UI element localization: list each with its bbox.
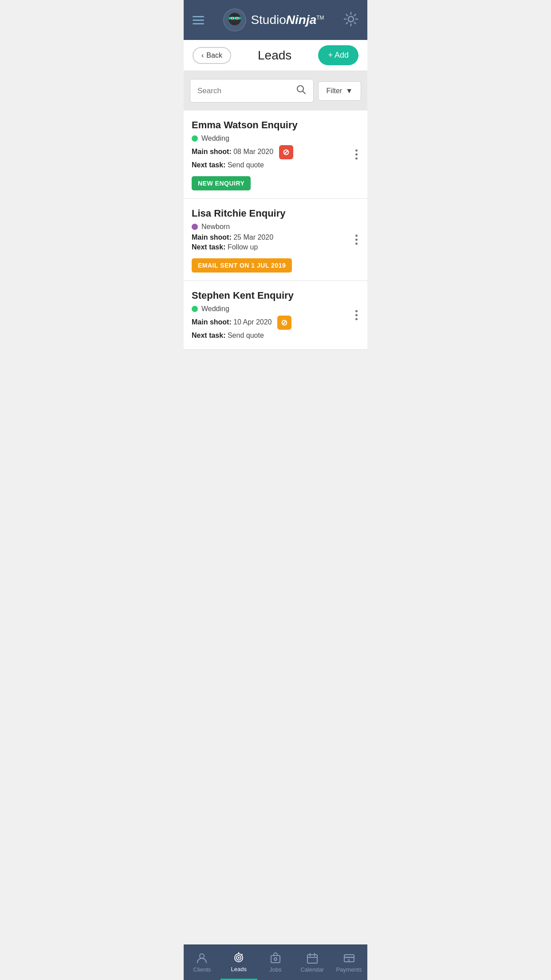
search-input[interactable] bbox=[197, 87, 296, 95]
more-options-button[interactable] bbox=[353, 147, 360, 162]
lead-next-task: Next task: Follow up bbox=[192, 243, 359, 251]
lead-type-label: Wedding bbox=[201, 134, 229, 142]
search-box bbox=[190, 79, 314, 103]
lead-next-task: Next task: Send quote bbox=[192, 161, 359, 169]
nav-bar: ‹ Back Leads + Add bbox=[184, 40, 367, 71]
lead-next-task: Next task: Send quote bbox=[192, 332, 359, 340]
back-button[interactable]: ‹ Back bbox=[193, 47, 231, 64]
lead-card[interactable]: Emma Watson Enquiry Wedding Main shoot: … bbox=[184, 111, 367, 199]
app-header: StudioNinjaTM bbox=[184, 0, 367, 40]
svg-line-17 bbox=[354, 15, 356, 16]
lead-type-label: Wedding bbox=[201, 305, 229, 313]
type-dot-icon bbox=[192, 306, 198, 312]
svg-line-18 bbox=[346, 23, 348, 24]
lead-card[interactable]: Stephen Kent Enquiry Wedding Main shoot:… bbox=[184, 281, 367, 350]
alert-overdue-icon: ⊘ bbox=[279, 145, 293, 159]
menu-button[interactable] bbox=[193, 16, 204, 24]
svg-rect-2 bbox=[228, 17, 241, 20]
lead-shoot-date: Main shoot: 25 Mar 2020 bbox=[192, 233, 359, 241]
lead-name: Lisa Ritchie Enquiry bbox=[192, 208, 359, 219]
type-dot-icon bbox=[192, 224, 198, 230]
svg-line-20 bbox=[303, 91, 305, 94]
more-options-button[interactable] bbox=[353, 308, 360, 323]
svg-point-6 bbox=[236, 18, 238, 19]
lead-type: Newborn bbox=[192, 223, 359, 231]
type-dot-icon bbox=[192, 135, 198, 142]
svg-point-10 bbox=[348, 16, 354, 22]
lead-status-badge: NEW ENQUIRY bbox=[192, 176, 251, 190]
svg-line-15 bbox=[346, 15, 348, 16]
lead-shoot-date: Main shoot: 10 Apr 2020 ⊘ bbox=[192, 316, 359, 330]
more-options-button[interactable] bbox=[353, 232, 360, 248]
alert-warning-icon: ⊘ bbox=[277, 316, 291, 330]
logo-icon bbox=[223, 8, 246, 32]
svg-rect-8 bbox=[230, 21, 239, 23]
lead-type-label: Newborn bbox=[201, 223, 230, 231]
gear-icon[interactable] bbox=[343, 12, 358, 28]
lead-shoot-date: Main shoot: 08 Mar 2020 ⊘ bbox=[192, 145, 359, 159]
lead-name: Emma Watson Enquiry bbox=[192, 119, 359, 131]
back-chevron-icon: ‹ bbox=[201, 51, 204, 59]
lead-status-badge: EMAIL SENT ON 1 JUL 2019 bbox=[192, 258, 292, 273]
page-title: Leads bbox=[258, 48, 291, 63]
app-logo: StudioNinjaTM bbox=[223, 8, 324, 32]
leads-list: Emma Watson Enquiry Wedding Main shoot: … bbox=[184, 111, 367, 350]
add-button[interactable]: + Add bbox=[318, 45, 358, 65]
lead-type: Wedding bbox=[192, 134, 359, 142]
app-title: StudioNinjaTM bbox=[251, 13, 324, 27]
filter-label: Filter bbox=[327, 87, 342, 95]
lead-card[interactable]: Lisa Ritchie Enquiry Newborn Main shoot:… bbox=[184, 199, 367, 281]
back-label: Back bbox=[206, 51, 222, 59]
lead-name: Stephen Kent Enquiry bbox=[192, 290, 359, 301]
filter-button[interactable]: Filter ▼ bbox=[318, 81, 361, 101]
chevron-down-icon: ▼ bbox=[346, 87, 353, 95]
lead-type: Wedding bbox=[192, 305, 359, 313]
search-section: Filter ▼ bbox=[184, 71, 367, 111]
svg-point-5 bbox=[232, 18, 233, 19]
search-icon bbox=[296, 85, 306, 97]
svg-line-16 bbox=[354, 23, 356, 24]
